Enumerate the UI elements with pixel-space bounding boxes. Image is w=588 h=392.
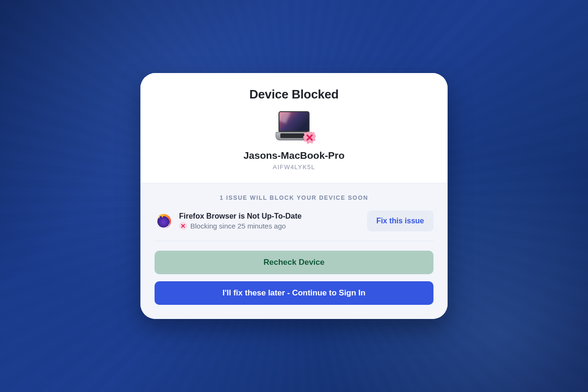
device-name: Jasons-MacBook-Pro: [155, 150, 433, 161]
recheck-device-button[interactable]: Recheck Device: [155, 251, 433, 274]
issue-count-banner: 1 ISSUE WILL BLOCK YOUR DEVICE SOON: [155, 195, 433, 201]
laptop-screen-icon: [278, 111, 310, 132]
firefox-icon: [155, 212, 172, 230]
modal-title: Device Blocked: [155, 87, 433, 102]
issue-status-text: Blocking since 25 minutes ago: [190, 222, 286, 230]
issue-title: Firefox Browser is Not Up-To-Date: [179, 212, 360, 220]
device-id: AIFW4LYK5L: [155, 163, 433, 171]
device-blocked-modal: Device Blocked Jasons-MacBook-Pro AIFW4L…: [140, 73, 448, 319]
modal-header: Device Blocked Jasons-MacBook-Pro AIFW4L…: [140, 73, 448, 183]
modal-body: 1 ISSUE WILL BLOCK YOUR DEVICE SOON: [140, 183, 448, 319]
continue-sign-in-button[interactable]: I'll fix these later - Continue to Sign …: [155, 281, 433, 305]
issue-row: Firefox Browser is Not Up-To-Date Blocki…: [155, 211, 433, 241]
blocked-x-icon: [303, 131, 316, 144]
issue-status-line: Blocking since 25 minutes ago: [179, 222, 360, 230]
blocking-status-dot-icon: [179, 222, 187, 230]
fix-issue-button[interactable]: Fix this issue: [367, 211, 433, 231]
issue-text: Firefox Browser is Not Up-To-Date Blocki…: [179, 212, 360, 230]
device-laptop-icon: [274, 111, 314, 141]
